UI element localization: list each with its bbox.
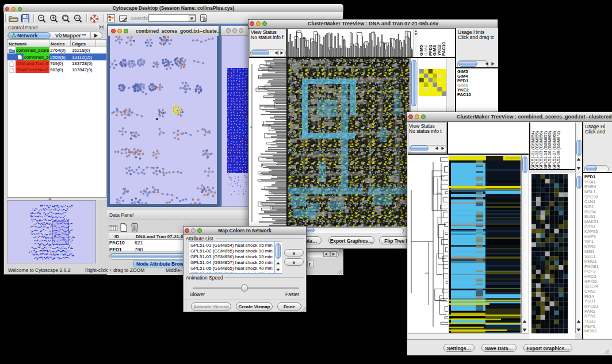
svg-text:1:1: 1:1 (75, 16, 79, 20)
